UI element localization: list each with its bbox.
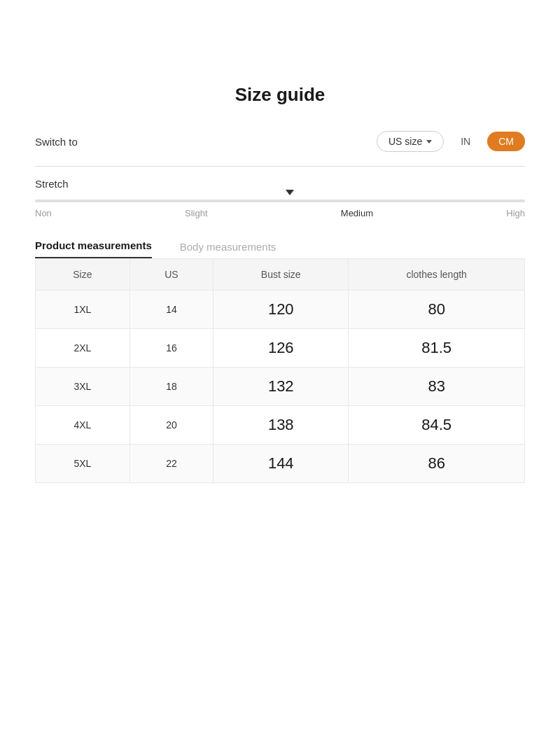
table-row: 5XL2214486 xyxy=(36,445,525,483)
cell-size: 4XL xyxy=(36,406,130,445)
cell-length: 83 xyxy=(349,368,525,406)
page-title: Size guide xyxy=(35,84,525,106)
us-size-dropdown[interactable]: US size xyxy=(377,131,444,152)
arrow-down-icon xyxy=(286,190,294,195)
stretch-label: Stretch xyxy=(35,178,525,190)
tab-product-measurements[interactable]: Product measurements xyxy=(35,239,152,258)
cell-us: 20 xyxy=(130,406,213,445)
stretch-section: Stretch Non Slight Medium High xyxy=(35,178,525,218)
table-body: 1XL14120802XL1612681.53XL18132834XL20138… xyxy=(36,291,525,483)
cell-bust: 138 xyxy=(214,406,349,445)
cell-length: 86 xyxy=(349,445,525,483)
cell-size: 1XL xyxy=(36,291,130,329)
cell-size: 3XL xyxy=(36,368,130,406)
cell-length: 84.5 xyxy=(349,406,525,445)
cell-size: 5XL xyxy=(36,445,130,483)
cell-us: 22 xyxy=(130,445,213,483)
chevron-down-icon xyxy=(426,140,432,144)
table-row: 1XL1412080 xyxy=(36,291,525,329)
cm-button[interactable]: CM xyxy=(487,132,525,151)
divider xyxy=(35,166,525,167)
unit-controls: US size IN CM xyxy=(377,131,525,152)
us-size-label: US size xyxy=(388,136,422,147)
stretch-high: High xyxy=(506,208,525,218)
switch-to-label: Switch to xyxy=(35,136,78,148)
table-header-row: Size US Bust size clothes length xyxy=(36,259,525,291)
table-row: 4XL2013884.5 xyxy=(36,406,525,445)
cell-size: 2XL xyxy=(36,329,130,368)
switch-row: Switch to US size IN CM xyxy=(35,131,525,152)
table-head: Size US Bust size clothes length xyxy=(36,259,525,291)
cell-us: 18 xyxy=(130,368,213,406)
cell-us: 16 xyxy=(130,329,213,368)
stretch-bar xyxy=(35,200,525,202)
stretch-non: Non xyxy=(35,208,52,218)
stretch-labels: Non Slight Medium High xyxy=(35,208,525,218)
col-header-bust: Bust size xyxy=(214,259,349,291)
cell-bust: 132 xyxy=(214,368,349,406)
cell-bust: 126 xyxy=(214,329,349,368)
stretch-slight: Slight xyxy=(185,208,208,218)
cell-bust: 144 xyxy=(214,445,349,483)
stretch-indicator xyxy=(286,190,294,195)
table-row: 2XL1612681.5 xyxy=(36,329,525,368)
tab-body-measurements[interactable]: Body measurements xyxy=(180,241,276,258)
col-header-us: US xyxy=(130,259,213,291)
cell-length: 80 xyxy=(349,291,525,329)
in-button[interactable]: IN xyxy=(449,132,482,151)
measurements-table: Size US Bust size clothes length 1XL1412… xyxy=(35,258,525,483)
tabs-row: Product measurements Body measurements xyxy=(35,239,525,258)
cell-us: 14 xyxy=(130,291,213,329)
stretch-bar-container xyxy=(35,200,525,202)
table-row: 3XL1813283 xyxy=(36,368,525,406)
cell-length: 81.5 xyxy=(349,329,525,368)
stretch-medium: Medium xyxy=(341,208,373,218)
col-header-size: Size xyxy=(36,259,130,291)
col-header-length: clothes length xyxy=(349,259,525,291)
cell-bust: 120 xyxy=(214,291,349,329)
